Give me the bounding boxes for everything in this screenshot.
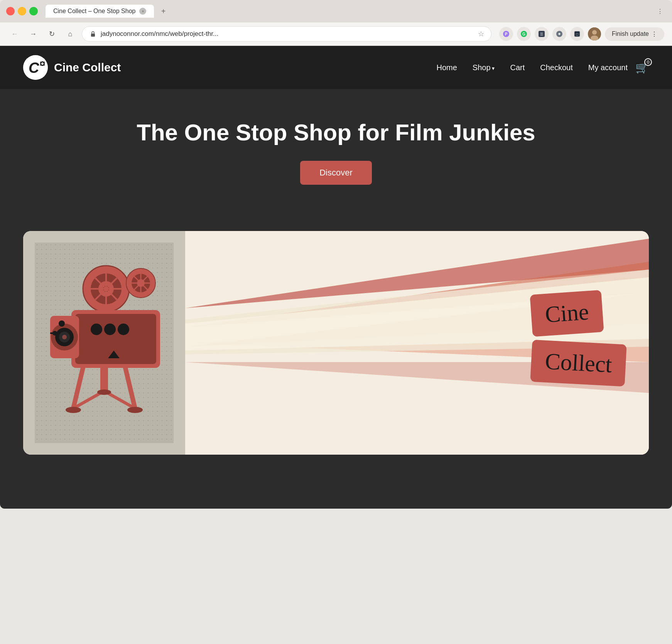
svg-text:P: P [505, 32, 508, 36]
projector-illustration [35, 243, 174, 443]
title-bar: Cine Collect – One Stop Shop × + ⋮ [0, 0, 672, 22]
svg-point-46 [104, 324, 116, 335]
svg-point-58 [127, 407, 143, 413]
discover-button[interactable]: Discover [300, 161, 372, 185]
extension-icon-3[interactable]: ☰ [535, 27, 549, 41]
nav-checkout[interactable]: Checkout [540, 63, 573, 72]
finish-update-button[interactable]: Finish update ⋮ [605, 27, 664, 41]
hero-image: Cine Collect [23, 231, 649, 455]
tab-overflow-button[interactable]: ⋮ [654, 5, 666, 17]
svg-text:☰: ☰ [540, 32, 543, 36]
finish-update-menu-icon: ⋮ [651, 30, 657, 38]
svg-text:□: □ [576, 32, 578, 36]
extension-icon-4[interactable] [552, 27, 566, 41]
site-navigation: C Cine Collect Home Shop Cart Checkout M… [0, 46, 672, 89]
forward-button[interactable]: → [26, 27, 40, 41]
nav-shop[interactable]: Shop [473, 63, 495, 72]
new-tab-button[interactable]: + [157, 5, 169, 17]
nav-myaccount[interactable]: My account [588, 63, 628, 72]
projector-area [23, 231, 185, 455]
hero-title: The One Stop Shop for Film Junkies [23, 120, 649, 145]
site-content: C Cine Collect Home Shop Cart Checkout M… [0, 46, 672, 509]
svg-point-44 [62, 335, 67, 339]
film-labels: Cine Collect [531, 292, 618, 384]
extension-icon-2[interactable]: G [517, 27, 531, 41]
svg-point-49 [59, 320, 65, 327]
svg-rect-52 [100, 368, 108, 391]
minimize-button[interactable] [18, 7, 26, 15]
bookmark-icon[interactable]: ☆ [478, 30, 484, 38]
cart-badge: 0 [644, 58, 652, 66]
collect-label: Collect [530, 340, 627, 387]
browser-window: Cine Collect – One Stop Shop × + ⋮ ← → ↻… [0, 0, 672, 509]
extension-icon-1[interactable]: P [499, 27, 513, 41]
hero-section: The One Stop Shop for Film Junkies Disco… [0, 89, 672, 208]
home-button[interactable]: ⌂ [63, 27, 77, 41]
svg-point-16 [41, 62, 44, 65]
svg-point-11 [592, 30, 597, 35]
svg-point-47 [118, 324, 129, 335]
beam-area: Cine Collect [185, 231, 649, 455]
svg-point-59 [97, 389, 111, 395]
maximize-button[interactable] [29, 7, 38, 15]
svg-point-45 [91, 324, 102, 335]
url-base: jadynoconnor.com/nmc/web/project-thr... [101, 30, 218, 37]
tab-close-icon[interactable]: × [139, 8, 146, 15]
user-avatar[interactable] [588, 27, 601, 40]
nav-home[interactable]: Home [436, 63, 457, 72]
tab-bar: Cine Collect – One Stop Shop × + [46, 5, 651, 18]
window-controls [6, 7, 38, 15]
active-tab[interactable]: Cine Collect – One Stop Shop × [46, 5, 154, 18]
url-text: jadynoconnor.com/nmc/web/project-thr... [101, 30, 474, 38]
tab-title: Cine Collect – One Stop Shop [53, 8, 135, 15]
url-bar[interactable]: jadynoconnor.com/nmc/web/project-thr... … [82, 26, 491, 42]
extension-icon-5[interactable]: □ [570, 27, 584, 41]
nav-links: Home Shop Cart Checkout My account [436, 63, 628, 72]
close-button[interactable] [6, 7, 15, 15]
address-bar: ← → ↻ ⌂ jadynoconnor.com/nmc/web/project… [0, 22, 672, 46]
cine-label: Cine [530, 290, 604, 337]
svg-text:C: C [29, 60, 39, 76]
finish-update-label: Finish update [612, 30, 649, 37]
reload-button[interactable]: ↻ [45, 27, 59, 41]
svg-rect-0 [91, 34, 95, 37]
security-icon [89, 30, 97, 38]
nav-cart[interactable]: Cart [510, 63, 525, 72]
svg-text:G: G [522, 32, 525, 36]
site-logo[interactable]: C [23, 55, 48, 80]
site-title: Cine Collect [54, 61, 121, 74]
back-button[interactable]: ← [8, 27, 22, 41]
svg-point-57 [66, 407, 81, 413]
browser-extensions: P G ☰ □ Finish update [499, 27, 664, 41]
logo-area: C Cine Collect [23, 55, 121, 80]
cart-icon-wrapper[interactable]: 🛒 0 [635, 61, 649, 74]
